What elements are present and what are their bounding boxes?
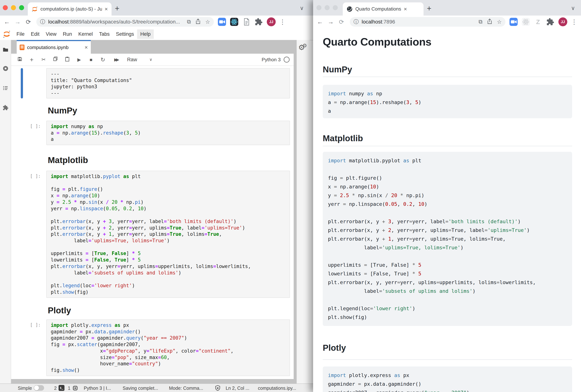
doc-tab-title: computations.ipynb [27, 45, 68, 50]
cell-type-chevron-icon[interactable]: ∨ [149, 57, 152, 62]
notebook-file-icon [20, 45, 24, 50]
url-path: :8889/lab/workspaces/auto-S/tree/computa… [69, 19, 180, 25]
tab-search-chevron-icon[interactable]: ∨ [571, 5, 575, 11]
browser-tab[interactable]: Quarto Computations × [343, 2, 424, 15]
menu-tabs[interactable]: Tabs [96, 29, 113, 39]
address-bar[interactable]: ⓘ localhost:7896 ⧉ ☆ [350, 17, 506, 27]
back-button[interactable]: ← [2, 18, 12, 25]
numpy-cell-editor[interactable]: import numpy as npa = np.arange(15).resh… [47, 121, 290, 145]
matplotlib-cell-editor[interactable]: import matplotlib.pyplot as plt fig = pl… [47, 171, 290, 297]
share-icon[interactable] [487, 18, 492, 25]
terminal-icon[interactable]: $_ [58, 385, 64, 391]
menu-file[interactable]: File [13, 29, 28, 39]
menu-edit[interactable]: Edit [28, 29, 43, 39]
save-button[interactable] [17, 56, 23, 63]
tab-close-icon[interactable]: × [104, 6, 108, 12]
restart-run-all-button[interactable]: ▶▶ [112, 57, 120, 62]
insert-cell-button[interactable]: + [28, 56, 35, 63]
matplotlib-code-block: import matplotlib.pyplot as plt fig = pl… [323, 152, 572, 326]
z-extension-icon[interactable]: Z [534, 18, 542, 26]
extensions-puzzle-icon[interactable] [546, 18, 554, 26]
globe-favicon [346, 6, 353, 12]
profile-avatar[interactable]: JJ [267, 17, 276, 26]
markdown-heading-plotly[interactable]: Plotly [48, 305, 71, 315]
browser-tab-title: computations.ip (auto-S) - Jup [40, 6, 102, 12]
command-mode-status[interactable]: Mode: Comma... [169, 386, 203, 391]
tab-close-icon[interactable]: × [404, 6, 407, 12]
doc-tab-close-icon[interactable]: × [84, 44, 88, 50]
react-devtools-extension-icon[interactable] [230, 18, 238, 26]
kernel-chip-icon[interactable] [72, 385, 78, 391]
markdown-heading-numpy[interactable]: NumPy [48, 106, 77, 116]
active-cell-indicator[interactable] [21, 68, 23, 98]
restart-kernel-button[interactable]: ↻ [100, 56, 106, 63]
profile-avatar[interactable]: JJ [558, 17, 567, 26]
url-host: localhost [48, 19, 69, 25]
address-bar[interactable]: ⓘ localhost:8889/lab/workspaces/auto-S/t… [36, 17, 214, 27]
kernel-name[interactable]: Python 3 [262, 57, 281, 63]
running-kernels-icon[interactable] [2, 65, 8, 71]
notebook-doc-tab[interactable]: computations.ipynb × [17, 40, 91, 54]
react-devtools-extension-icon[interactable] [522, 18, 530, 26]
raw-cell[interactable]: ---title: "Quarto Computations"jupyter: … [46, 68, 290, 98]
traffic-light-zoom[interactable] [333, 5, 338, 10]
file-browser-icon[interactable] [2, 47, 8, 53]
property-inspector-icon[interactable]: ⚙⚙ [298, 42, 304, 52]
markdown-heading-matplotlib[interactable]: Matplotlib [48, 155, 88, 165]
traffic-light-minimize[interactable] [324, 5, 330, 10]
trust-shield-icon[interactable] [214, 385, 221, 391]
cursor-position[interactable]: Ln 2, Col ... [226, 386, 249, 391]
plotly-code-cell[interactable]: import plotly.express as pxgapminder = p… [46, 319, 290, 376]
bookmark-star-icon[interactable]: ☆ [497, 19, 502, 25]
raw-cell-editor[interactable]: ---title: "Quarto Computations"jupyter: … [47, 68, 290, 99]
browser-menu-icon[interactable]: ⋮ [280, 18, 286, 25]
paste-cells-button[interactable] [64, 56, 70, 63]
site-info-icon[interactable]: ⓘ [40, 18, 45, 25]
tab-search-chevron-icon[interactable]: ∨ [300, 5, 304, 11]
traffic-light-minimize[interactable] [11, 5, 16, 10]
share-icon[interactable] [196, 18, 200, 25]
reload-button[interactable]: ⟳ [336, 18, 347, 25]
section-heading-plotly: Plotly [323, 343, 346, 353]
notebook-toolbar: + ✂ ▶ ■ ↻ ▶▶ Raw ∨ Python 3 [11, 54, 294, 66]
menu-run[interactable]: Run [60, 29, 75, 39]
extension-manager-icon[interactable] [2, 105, 8, 111]
simple-mode-toggle[interactable] [34, 385, 44, 391]
zoom-extension-icon[interactable] [510, 18, 518, 26]
numpy-code-cell[interactable]: import numpy as npa = np.arange(15).resh… [46, 121, 290, 145]
traffic-light-zoom[interactable] [19, 5, 24, 10]
traffic-light-close[interactable] [316, 5, 322, 10]
interrupt-kernel-button[interactable]: ■ [88, 57, 94, 62]
menu-kernel[interactable]: Kernel [75, 29, 96, 39]
cut-cells-button[interactable]: ✂ [40, 57, 47, 63]
forward-button[interactable]: → [12, 18, 23, 25]
kernel-status-icon[interactable] [284, 57, 290, 63]
open-in-new-icon[interactable]: ⧉ [478, 19, 482, 25]
browser-menu-icon[interactable]: ⋮ [571, 18, 577, 25]
traffic-light-close[interactable] [3, 5, 8, 10]
bookmark-star-icon[interactable]: ☆ [205, 19, 210, 25]
plotly-cell-editor[interactable]: import plotly.express as pxgapminder = p… [47, 320, 290, 376]
menu-help[interactable]: Help [137, 29, 154, 39]
terminals-count[interactable]: 2 [54, 386, 57, 391]
new-tab-button[interactable]: + [427, 4, 432, 13]
cell-type-select[interactable]: Raw [127, 57, 137, 63]
menu-view[interactable]: View [42, 29, 60, 39]
zoom-extension-icon[interactable] [218, 18, 226, 26]
menu-settings[interactable]: Settings [113, 29, 137, 39]
kernels-count[interactable]: 1 [68, 386, 70, 391]
table-of-contents-icon[interactable] [2, 85, 8, 91]
copy-cells-button[interactable] [52, 56, 58, 63]
reload-button[interactable]: ⟳ [23, 18, 34, 25]
open-in-new-icon[interactable]: ⧉ [187, 19, 191, 25]
site-info-icon[interactable]: ⓘ [354, 18, 359, 25]
document-extension-icon[interactable] [242, 18, 250, 26]
matplotlib-code-cell[interactable]: import matplotlib.pyplot as plt fig = pl… [46, 171, 290, 298]
browser-tab[interactable]: computations.ip (auto-S) - Jup × [28, 2, 112, 15]
back-button[interactable]: ← [314, 18, 325, 25]
forward-button[interactable]: → [325, 18, 336, 25]
new-tab-button[interactable]: + [115, 4, 120, 13]
extensions-puzzle-icon[interactable] [254, 18, 263, 26]
kernel-status-text[interactable]: Python 3 | I... [84, 386, 111, 391]
run-cell-button[interactable]: ▶ [76, 57, 82, 62]
